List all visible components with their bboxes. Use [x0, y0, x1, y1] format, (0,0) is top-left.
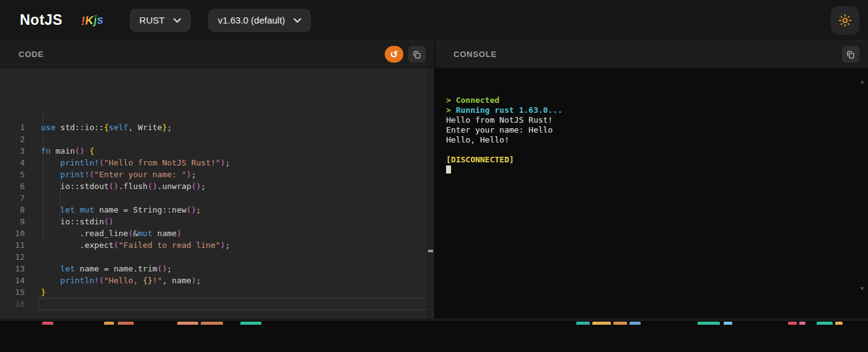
editor-scrollbar-thumb[interactable]	[428, 250, 433, 252]
version-dropdown-value: v1.63.0 (default)	[218, 15, 285, 25]
code-token: self	[109, 123, 128, 132]
code-token: }	[162, 123, 167, 132]
code-line[interactable]: 16	[0, 298, 434, 310]
scroll-up-arrow[interactable]: ▲	[861, 77, 864, 87]
console-line: Hello from NotJS Rust!	[446, 115, 857, 125]
console-panel-title: CONSOLE	[454, 50, 497, 59]
code-editor[interactable]: 1use std::io::{self, Write};23fn main() …	[0, 68, 434, 319]
footer-fragment	[629, 322, 641, 325]
code-line[interactable]: 7	[0, 192, 434, 204]
line-number: 9	[0, 216, 25, 227]
copy-icon	[846, 50, 855, 59]
code-token: ;	[191, 170, 196, 179]
code-token: .expect	[41, 240, 113, 250]
footer-fragment	[799, 322, 805, 325]
code-token: )	[186, 170, 191, 179]
code-line[interactable]: 5 print!("Enter your name: ");	[0, 169, 434, 180]
code-token: ()	[147, 182, 157, 191]
code-line[interactable]: 3fn main() {	[0, 145, 434, 157]
code-token: main	[51, 146, 75, 156]
line-number: 3	[0, 145, 25, 157]
code-token: ;	[167, 264, 172, 273]
footer-fragment	[835, 322, 843, 325]
topbar: NotJS !Kjs RUST v1.63.0 (default)	[0, 0, 868, 41]
main-split: CODE ↺ 1use std::io::{self, Write};23fn …	[0, 41, 868, 319]
chevron-down-icon	[294, 18, 301, 23]
code-line[interactable]: 1use std::io::{self, Write};	[0, 121, 434, 133]
code-token: name	[152, 229, 177, 238]
reset-code-button[interactable]: ↺	[385, 46, 403, 63]
code-token: println!	[60, 158, 99, 167]
console-line: [DISCONNECTED]	[446, 155, 857, 165]
console-text: Enter your name: Hello	[446, 125, 553, 134]
code-token	[41, 158, 60, 167]
code-line[interactable]: 11 .expect("Failed to read line");	[0, 239, 434, 251]
footer-fragment	[42, 322, 53, 325]
code-token: (	[89, 170, 94, 179]
code-token: ;	[196, 205, 201, 214]
kjs-logo: !Kjs	[81, 12, 103, 27]
code-panel-header: CODE ↺	[0, 41, 434, 68]
editor-scrollbar[interactable]	[427, 68, 434, 319]
code-line[interactable]: 15}	[0, 286, 434, 298]
console-panel: CONSOLE > Connected> Running rust 1.63.0…	[434, 41, 868, 319]
code-token: .flush	[118, 182, 147, 191]
console-output[interactable]: > Connected> Running rust 1.63.0...Hello…	[435, 68, 868, 319]
footer-fragment	[240, 322, 261, 325]
scroll-down-arrow[interactable]: ▼	[861, 284, 864, 294]
code-token	[41, 276, 60, 285]
version-dropdown[interactable]: v1.63.0 (default)	[208, 9, 311, 32]
app-title: NotJS	[20, 12, 63, 29]
footer-fragment	[724, 322, 732, 325]
line-number: 5	[0, 169, 25, 180]
line-number: 11	[0, 239, 25, 251]
code-line[interactable]: 4 println!("Hello from NotJS Rust!");	[0, 157, 434, 169]
footer-fragment	[118, 322, 134, 325]
copy-code-button[interactable]	[408, 46, 426, 63]
code-line[interactable]: 12	[0, 251, 434, 263]
footer-fragment	[817, 322, 833, 325]
code-token: let	[60, 264, 74, 273]
copy-console-button[interactable]	[842, 46, 859, 63]
code-token: std::io::	[55, 123, 103, 132]
code-token: name = String::new	[94, 205, 186, 214]
code-token: print!	[60, 170, 89, 179]
code-token: )	[191, 276, 196, 285]
code-line[interactable]: 2	[0, 133, 434, 145]
code-token: ;	[196, 276, 201, 285]
language-dropdown-value: RUST	[139, 15, 165, 25]
code-token: &	[133, 229, 138, 238]
code-token	[41, 170, 60, 179]
code-token: "Hello,	[104, 276, 143, 285]
code-token: ;	[201, 182, 206, 191]
code-token: )	[177, 229, 182, 238]
code-line[interactable]: 8 let mut name = String::new();	[0, 204, 434, 216]
console-text: > Connected	[446, 95, 499, 105]
code-token: !"	[152, 276, 162, 285]
footer-fragment	[613, 322, 627, 325]
theme-toggle-button[interactable]	[831, 6, 859, 35]
code-token: fn	[41, 146, 51, 156]
language-dropdown[interactable]: RUST	[129, 9, 191, 32]
code-line[interactable]: 6 io::stdout().flush().unwrap();	[0, 180, 434, 192]
console-text: >	[446, 105, 456, 115]
code-token: io::stdout	[41, 182, 109, 191]
code-token	[41, 264, 60, 273]
console-text: [DISCONNECTED]	[446, 155, 514, 164]
line-number: 10	[0, 227, 25, 239]
code-token	[75, 205, 80, 214]
code-line[interactable]: 9 io::stdin()	[0, 216, 434, 227]
code-line[interactable]: 13 let name = name.trim();	[0, 263, 434, 275]
code-line[interactable]: 14 println!("Hello, {}!", name);	[0, 275, 434, 286]
code-token: ()	[157, 264, 167, 273]
code-header-buttons: ↺	[385, 46, 426, 63]
code-token: mut	[80, 205, 94, 214]
code-token	[41, 205, 60, 214]
code-token: ;	[225, 240, 230, 250]
code-line[interactable]: 10 .read_line(&mut name)	[0, 227, 434, 239]
console-text: Running rust 1.63.0...	[456, 105, 563, 115]
code-panel-title: CODE	[19, 50, 44, 59]
terminal-cursor	[446, 165, 451, 174]
code-panel: CODE ↺ 1use std::io::{self, Write};23fn …	[0, 41, 434, 319]
line-number: 13	[0, 263, 25, 275]
